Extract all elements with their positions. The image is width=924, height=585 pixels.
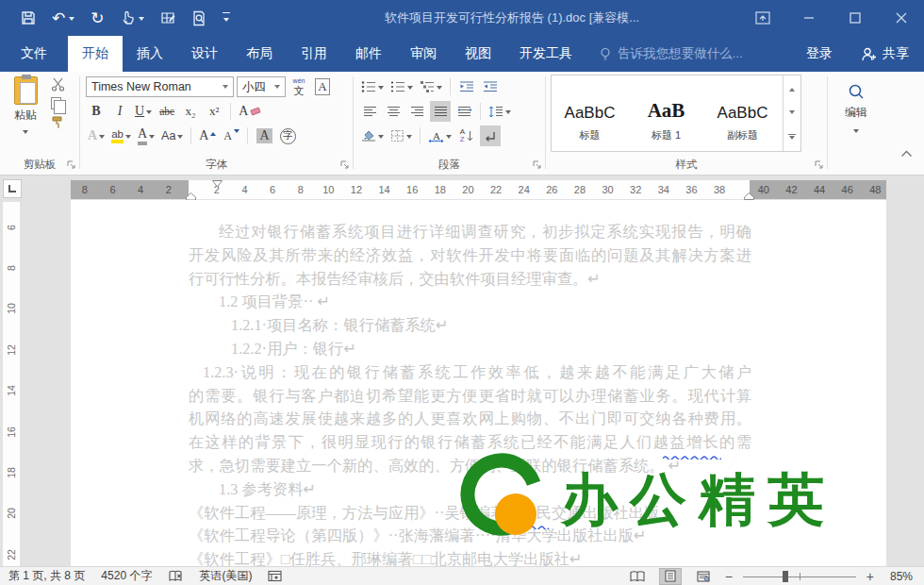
- ribbon-tab[interactable]: 开始: [68, 36, 123, 72]
- doc-line[interactable]: 经过对银行储蓄系统项目进行详细调查研究，初步拟定系统实现报告，明确: [189, 221, 751, 244]
- doc-line[interactable]: 的需要。银行与客户都迫切希望能更方便更省时就可以办理储蓄业务。现代计算: [189, 385, 751, 409]
- print-preview-button[interactable]: [191, 10, 206, 26]
- style-card[interactable]: AaBbC 标题: [552, 75, 628, 151]
- paragraph-dialog-launcher[interactable]: [533, 160, 542, 170]
- styles-more-button[interactable]: [784, 125, 800, 151]
- multilevel-list-button[interactable]: [418, 76, 444, 97]
- align-center-button[interactable]: [383, 101, 404, 122]
- doc-line[interactable]: 开发风险及其所带来的经济效益，对软件开发中将要面临的问题及其解决方案进: [189, 244, 751, 268]
- grow-font-button[interactable]: A: [197, 125, 218, 146]
- tab-stop-selector[interactable]: [3, 179, 22, 198]
- shading-button[interactable]: [359, 125, 386, 146]
- doc-line[interactable]: 1.2.1·项目名称：银行储蓄系统↵: [189, 314, 751, 338]
- line-spacing-button[interactable]: [487, 101, 513, 122]
- phonetic-guide-button[interactable]: wén 文: [289, 76, 309, 97]
- format-painter-icon[interactable]: [51, 115, 65, 129]
- character-border-button[interactable]: A: [312, 76, 333, 97]
- document-page[interactable]: 经过对银行储蓄系统项目进行详细调查研究，初步拟定系统实现报告，明确开发风险及其所…: [71, 200, 886, 566]
- zoom-in-button[interactable]: +: [866, 570, 874, 583]
- ribbon-tab[interactable]: 文件: [0, 36, 68, 72]
- doc-line[interactable]: 1.2.3·说明：现在的银行储蓄系统工作效率低，越来越不能满足广大储户: [189, 361, 751, 385]
- ribbon-tab[interactable]: 审阅: [396, 36, 451, 72]
- increase-indent-button[interactable]: [480, 76, 501, 97]
- character-shading-button[interactable]: A: [254, 125, 274, 146]
- clear-formatting-button[interactable]: A: [237, 101, 262, 122]
- word-count[interactable]: 4520 个字: [101, 568, 152, 584]
- paste-button[interactable]: 粘贴: [5, 76, 46, 158]
- right-indent-marker[interactable]: [744, 192, 754, 200]
- ribbon-tab[interactable]: 插入: [123, 36, 177, 72]
- touch-mode-caret[interactable]: [139, 17, 144, 24]
- zoom-out-button[interactable]: −: [725, 570, 733, 583]
- align-right-button[interactable]: [406, 101, 427, 122]
- draw-table-button[interactable]: [160, 10, 175, 25]
- strikethrough-button[interactable]: abc: [157, 101, 177, 122]
- ribbon-display-options-button[interactable]: [739, 0, 785, 36]
- style-card[interactable]: AaBbC 副标题: [704, 75, 781, 151]
- justify-button[interactable]: [430, 101, 451, 122]
- first-line-indent-marker[interactable]: [212, 180, 223, 188]
- zoom-percentage[interactable]: 85%: [884, 570, 913, 583]
- ribbon-tab[interactable]: 引用: [287, 36, 341, 72]
- underline-button[interactable]: U: [133, 101, 154, 122]
- numbering-button[interactable]: [388, 76, 415, 97]
- doc-line[interactable]: 《软件工程》□任胜兵、邢琳编著□□北京邮电大学出版社↵: [189, 548, 751, 566]
- styles-dialog-launcher[interactable]: [815, 160, 824, 170]
- align-left-button[interactable]: [359, 101, 380, 122]
- repeat-button[interactable]: ↻: [91, 10, 104, 26]
- horizontal-ruler[interactable]: 8642 2468101214161820222426283032343638 …: [71, 180, 886, 199]
- font-size-select[interactable]: 小四: [237, 76, 286, 97]
- vertical-ruler[interactable]: 6810121416182022: [3, 202, 20, 566]
- page-indicator[interactable]: 第 1 页, 共 8 页: [8, 568, 85, 584]
- styles-scroll-down[interactable]: [784, 101, 800, 126]
- language-indicator[interactable]: 英语(美国): [199, 568, 252, 584]
- sign-in-button[interactable]: 登录: [793, 36, 846, 72]
- font-name-select[interactable]: Times New Roman: [86, 76, 234, 97]
- ribbon-tab[interactable]: 开发工具: [505, 36, 586, 72]
- text-effects-button[interactable]: A: [86, 125, 107, 146]
- maximize-button[interactable]: [832, 0, 878, 36]
- ribbon-tab[interactable]: 设计: [177, 36, 232, 72]
- asian-layout-button[interactable]: A: [426, 125, 454, 146]
- italic-button[interactable]: I: [109, 101, 130, 122]
- shrink-font-button[interactable]: A: [221, 125, 241, 146]
- spellcheck-status-icon[interactable]: [168, 570, 183, 583]
- underline-caret[interactable]: [146, 110, 152, 117]
- font-color-button[interactable]: A: [136, 125, 157, 146]
- borders-button[interactable]: [388, 125, 414, 146]
- customize-qat-button[interactable]: [223, 12, 230, 25]
- copy-icon[interactable]: [51, 97, 61, 109]
- tell-me-box[interactable]: 告诉我您想要做什么...: [600, 36, 743, 72]
- font-dialog-launcher[interactable]: [340, 160, 350, 170]
- style-card[interactable]: AaB 标题 1: [628, 75, 704, 151]
- collapse-ribbon-button[interactable]: [900, 150, 913, 158]
- undo-caret[interactable]: [69, 17, 74, 24]
- read-mode-button[interactable]: [626, 568, 649, 585]
- sort-button[interactable]: AZ: [456, 125, 477, 146]
- superscript-button[interactable]: x²: [204, 101, 224, 122]
- doc-line[interactable]: 1.2.2·用户：银行↵: [189, 338, 751, 361]
- share-button[interactable]: 共享: [846, 36, 924, 72]
- doc-line[interactable]: 行可行性分析。本报告经审核后，交由软件项目经理审查。↵: [189, 268, 751, 292]
- ribbon-tab[interactable]: 布局: [232, 36, 287, 72]
- doc-line[interactable]: 1.2 项目背景·· ↵: [189, 291, 751, 314]
- show-hide-marks-button[interactable]: [480, 125, 501, 146]
- decrease-indent-button[interactable]: [456, 76, 477, 97]
- change-case-button[interactable]: Aa: [159, 125, 185, 146]
- styles-scroll-up[interactable]: [784, 75, 800, 101]
- editing-group[interactable]: 编辑: [832, 72, 881, 175]
- minimize-button[interactable]: [785, 0, 832, 36]
- undo-button[interactable]: ↶: [52, 10, 74, 26]
- clipboard-dialog-launcher[interactable]: [67, 160, 76, 170]
- paste-caret[interactable]: [23, 130, 28, 137]
- distributed-button[interactable]: [454, 101, 474, 122]
- print-layout-button[interactable]: [659, 568, 682, 585]
- zoom-slider-thumb[interactable]: [783, 571, 788, 582]
- editing-caret[interactable]: [853, 129, 859, 136]
- bullets-button[interactable]: [359, 76, 386, 97]
- enclose-characters-button[interactable]: 字: [277, 125, 298, 146]
- ribbon-tab[interactable]: 邮件: [341, 36, 396, 72]
- subscript-button[interactable]: x₂: [180, 101, 201, 122]
- touch-mouse-mode-button[interactable]: [121, 10, 144, 25]
- macro-record-icon[interactable]: [268, 570, 282, 582]
